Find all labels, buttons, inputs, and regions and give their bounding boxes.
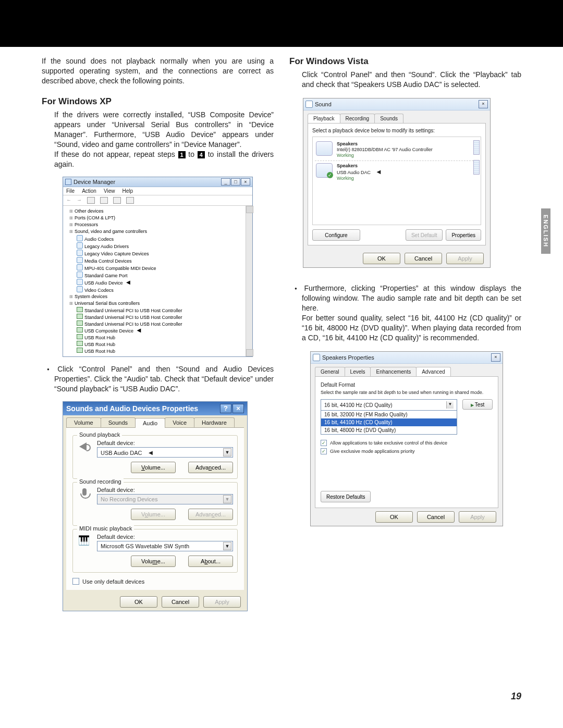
format-option[interactable]: 16 bit, 32000 Hz (FM Radio Quality) xyxy=(321,411,457,418)
tree-item[interactable]: Audio Codecs xyxy=(77,235,248,242)
tab-enhancements[interactable]: Enhancements xyxy=(370,367,417,376)
menu-action[interactable]: Action xyxy=(82,188,96,194)
tree-sound-video-game[interactable]: Sound, video and game controllers Audio … xyxy=(69,228,248,293)
tree-item[interactable]: Video Codecs xyxy=(77,286,248,293)
close-button[interactable]: × xyxy=(479,100,488,108)
toolbar-icon-4[interactable] xyxy=(126,197,134,204)
vista-titlebar[interactable]: Sound × xyxy=(303,98,490,110)
tree-usb-composite-device[interactable]: USB Composite Device◄ xyxy=(77,327,248,334)
tree-item[interactable]: Standard Universal PCI to USB Host Contr… xyxy=(77,320,248,327)
restore-defaults-button[interactable]: Restore Defaults xyxy=(321,491,371,502)
tab-playback[interactable]: Playback xyxy=(308,114,340,123)
dm-titlebar[interactable]: Device Manager _ □ × xyxy=(63,177,252,187)
back-icon[interactable]: ← xyxy=(66,197,71,204)
toolbar-icon-3[interactable] xyxy=(113,197,121,204)
maximize-button[interactable]: □ xyxy=(231,178,240,186)
forward-icon[interactable]: → xyxy=(77,197,82,204)
exclusive-control-checkbox[interactable]: ✓ xyxy=(321,440,327,446)
tab-general[interactable]: General xyxy=(315,367,345,376)
cancel-button[interactable]: Cancel xyxy=(417,511,455,523)
ok-button[interactable]: OK xyxy=(120,596,157,608)
format-option-list[interactable]: 16 bit, 32000 Hz (FM Radio Quality) 16 b… xyxy=(321,410,457,434)
close-button[interactable]: × xyxy=(491,353,500,362)
apply-button[interactable]: Apply xyxy=(459,511,496,523)
menu-help[interactable]: Help xyxy=(122,188,133,194)
playback-advanced-button[interactable]: Advanced... xyxy=(188,462,233,473)
tab-volume[interactable]: Volume xyxy=(66,417,101,427)
cancel-button[interactable]: Cancel xyxy=(405,253,442,264)
tab-advanced[interactable]: Advanced xyxy=(416,367,450,376)
xp-para2-mid: to xyxy=(186,150,198,158)
recording-device-dropdown[interactable]: No Recording Devices ▼ xyxy=(97,494,233,504)
menu-view[interactable]: View xyxy=(104,188,115,194)
device-item-2[interactable]: Speakers USB Audio DAC ◄ Working xyxy=(315,161,479,183)
tree-item[interactable]: MPU-401 Compatible MIDI Device xyxy=(77,264,248,272)
tree-item[interactable]: Standard Universal PCI to USB Host Contr… xyxy=(77,307,248,314)
midi-default-label: Default device: xyxy=(97,534,233,540)
tree-other-devices[interactable]: Other devices xyxy=(69,208,248,215)
playback-device-list[interactable]: Speakers Intel(r) 82801DB/DBM AC '97 Aud… xyxy=(312,137,481,225)
tree-system-devices[interactable]: System devices xyxy=(69,293,248,300)
computer-icon xyxy=(65,179,71,185)
sp-titlebar[interactable]: Speakers Properties × xyxy=(311,352,503,364)
sad-titlebar[interactable]: Sounds and Audio Devices Properties ? × xyxy=(63,402,247,415)
configure-button[interactable]: Configure xyxy=(312,229,360,241)
tab-recording[interactable]: Recording xyxy=(340,114,375,123)
tree-item[interactable]: Standard Game Port xyxy=(77,272,248,279)
help-button[interactable]: ? xyxy=(220,404,231,413)
tab-levels[interactable]: Levels xyxy=(345,367,371,376)
minimize-button[interactable]: _ xyxy=(221,178,230,186)
use-default-checkbox[interactable] xyxy=(72,578,79,585)
apply-button[interactable]: Apply xyxy=(446,253,484,264)
microphone-icon xyxy=(78,487,92,500)
ok-button[interactable]: OK xyxy=(363,253,400,264)
ok-button[interactable]: OK xyxy=(375,511,413,523)
midi-device-dropdown[interactable]: Microsoft GS Wavetable SW Synth ▼ xyxy=(97,541,233,551)
chevron-down-icon[interactable]: ▼ xyxy=(223,448,231,456)
tree-item[interactable]: USB Root Hub xyxy=(77,334,248,341)
scrollbar[interactable] xyxy=(246,206,252,356)
tree-item[interactable]: Standard Universal PCI to USB Host Contr… xyxy=(77,314,248,320)
tree-ports[interactable]: Ports (COM & LPT) xyxy=(69,215,248,221)
midi-about-button[interactable]: About... xyxy=(188,556,233,567)
set-default-button[interactable]: Set Default xyxy=(406,229,443,241)
tree-item[interactable]: Legacy Audio Drivers xyxy=(77,242,248,250)
menu-file[interactable]: File xyxy=(66,188,75,194)
test-button[interactable]: Test xyxy=(462,399,493,410)
cancel-button[interactable]: Cancel xyxy=(162,596,199,608)
tree-item[interactable]: USB Root Hub xyxy=(77,348,248,354)
tree-item[interactable]: USB Root Hub xyxy=(77,341,248,348)
tree-item[interactable]: Media Control Devices xyxy=(77,257,248,264)
playback-device-dropdown[interactable]: USB Audio DAC ◄ ▼ xyxy=(97,447,233,458)
arrow-indicator-icon: ◄ xyxy=(136,326,142,334)
close-button[interactable]: × xyxy=(232,404,244,413)
properties-button[interactable]: Properties xyxy=(446,229,481,241)
format-combobox[interactable]: 16 bit, 44100 Hz (CD Quality) ▼ 16 bit, … xyxy=(321,399,457,435)
tree-processors[interactable]: Processors xyxy=(69,221,248,228)
chevron-down-icon[interactable]: ▼ xyxy=(223,495,231,503)
toolbar-icon-1[interactable] xyxy=(87,197,95,204)
recording-advanced-button[interactable]: Advanced... xyxy=(188,509,233,520)
format-option[interactable]: 16 bit, 48000 Hz (DVD Quality) xyxy=(321,426,457,434)
tab-sounds[interactable]: Sounds xyxy=(374,114,403,123)
chevron-down-icon[interactable]: ▼ xyxy=(446,401,454,409)
toolbar-icon-2[interactable] xyxy=(100,197,108,204)
format-option-selected[interactable]: 16 bit, 44100 Hz (CD Quality) xyxy=(321,418,457,426)
exclusive-control-label: Allow applications to take exclusive con… xyxy=(330,440,447,446)
apply-button[interactable]: Apply xyxy=(203,596,241,608)
exclusive-priority-checkbox[interactable]: ✓ xyxy=(321,448,327,454)
tree-usb-audio-device[interactable]: USB Audio Device◄ xyxy=(77,279,248,286)
device-tree[interactable]: Other devices Ports (COM & LPT) Processo… xyxy=(63,206,252,356)
chevron-down-icon[interactable]: ▼ xyxy=(223,542,231,550)
close-button[interactable]: × xyxy=(241,178,250,186)
tab-audio[interactable]: Audio xyxy=(135,418,165,428)
device-item-1[interactable]: Speakers Intel(r) 82801DB/DBM AC '97 Aud… xyxy=(315,139,479,161)
tab-hardware[interactable]: Hardware xyxy=(194,417,235,427)
midi-volume-button[interactable]: Volume... xyxy=(131,556,176,567)
tree-item[interactable]: Legacy Video Capture Devices xyxy=(77,250,248,257)
tab-sounds[interactable]: Sounds xyxy=(101,417,136,427)
recording-volume-button[interactable]: Volume... xyxy=(131,509,176,520)
playback-volume-button[interactable]: Volume... xyxy=(131,462,176,473)
tree-usb-controllers[interactable]: Universal Serial Bus controllers Standar… xyxy=(69,300,248,354)
tab-voice[interactable]: Voice xyxy=(165,417,194,427)
